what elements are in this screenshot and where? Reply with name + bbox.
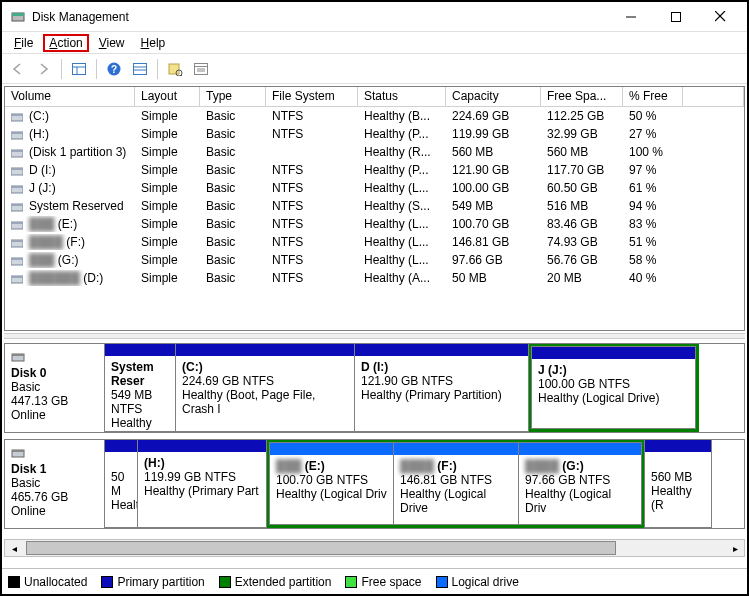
drive-icon [11, 147, 25, 159]
volume-row[interactable]: ██████ (D:)SimpleBasicNTFSHealthy (A...5… [5, 269, 744, 287]
volume-row[interactable]: (H:)SimpleBasicNTFSHealthy (P...119.99 G… [5, 125, 744, 143]
legend-label-extended: Extended partition [235, 575, 332, 589]
drive-icon [11, 165, 25, 177]
properties-button[interactable] [189, 57, 213, 81]
help-button[interactable]: ? [102, 57, 126, 81]
volume-row[interactable]: (Disk 1 partition 3)SimpleBasicHealthy (… [5, 143, 744, 161]
legend-swatch-extended [219, 576, 231, 588]
disk-partitions: System Reser549 MB NTFSHealthy (Syste(C:… [105, 344, 744, 432]
close-button[interactable] [698, 3, 743, 31]
volume-row[interactable]: ███ (G:)SimpleBasicNTFSHealthy (L...97.6… [5, 251, 744, 269]
svg-rect-24 [11, 132, 23, 134]
maximize-button[interactable] [653, 3, 698, 31]
legend-swatch-logical [436, 576, 448, 588]
svg-rect-34 [11, 222, 23, 224]
volume-row[interactable]: System ReservedSimpleBasicNTFSHealthy (S… [5, 197, 744, 215]
drive-icon [11, 129, 25, 141]
disk-partitions: 50 MHealt(H:)119.99 GB NTFSHealthy (Prim… [105, 440, 744, 528]
refresh-properties-button[interactable] [163, 57, 187, 81]
partition[interactable]: ████ (G:)97.66 GB NTFSHealthy (Logical D… [518, 442, 642, 525]
legend-swatch-unallocated [8, 576, 20, 588]
partition[interactable]: D (I:)121.90 GB NTFSHealthy (Primary Par… [354, 343, 529, 432]
volume-row[interactable]: (C:)SimpleBasicNTFSHealthy (B...224.69 G… [5, 107, 744, 125]
partition[interactable]: J (J:)100.00 GB NTFSHealthy (Logical Dri… [531, 346, 696, 429]
drive-icon [11, 219, 25, 231]
svg-rect-42 [12, 354, 24, 356]
col-end[interactable] [683, 87, 744, 106]
disk-row: Disk 0Basic447.13 GBOnlineSystem Reser54… [4, 343, 745, 433]
drive-icon [11, 255, 25, 267]
svg-rect-1 [12, 13, 24, 16]
svg-rect-36 [11, 240, 23, 242]
scroll-right-arrow[interactable]: ▸ [726, 540, 744, 556]
svg-rect-40 [11, 276, 23, 278]
window-title: Disk Management [32, 10, 608, 24]
menu-bar: File Action View Help [2, 32, 747, 54]
svg-rect-28 [11, 168, 23, 170]
minimize-button[interactable] [608, 3, 653, 31]
volume-row[interactable]: ████ (F:)SimpleBasicNTFSHealthy (L...146… [5, 233, 744, 251]
scroll-thumb[interactable] [26, 541, 616, 555]
back-button[interactable] [6, 57, 30, 81]
menu-file[interactable]: File [8, 34, 39, 52]
col-type[interactable]: Type [200, 87, 266, 106]
legend-swatch-freespace [345, 576, 357, 588]
horizontal-scrollbar[interactable]: ◂ ▸ [4, 539, 745, 557]
svg-rect-14 [169, 64, 179, 74]
menu-action[interactable]: Action [43, 34, 88, 52]
disk-label[interactable]: Disk 0Basic447.13 GBOnline [5, 344, 105, 432]
volume-row[interactable]: D (I:)SimpleBasicNTFSHealthy (P...121.90… [5, 161, 744, 179]
partition[interactable]: 50 MHealt [104, 439, 138, 528]
disk-icon [11, 350, 25, 364]
svg-rect-26 [11, 150, 23, 152]
drive-icon [11, 111, 25, 123]
drive-icon [11, 237, 25, 249]
svg-rect-30 [11, 186, 23, 188]
view-panel-button[interactable] [67, 57, 91, 81]
legend-label-primary: Primary partition [117, 575, 204, 589]
col-pctfree[interactable]: % Free [623, 87, 683, 106]
legend: Unallocated Primary partition Extended p… [2, 568, 747, 594]
toolbar: ? [2, 54, 747, 84]
legend-label-logical: Logical drive [452, 575, 519, 589]
drive-icon [11, 183, 25, 195]
scroll-left-arrow[interactable]: ◂ [5, 540, 23, 556]
legend-swatch-primary [101, 576, 113, 588]
disk-graphical-view: Disk 0Basic447.13 GBOnlineSystem Reser54… [4, 339, 745, 568]
disk-label[interactable]: Disk 1Basic465.76 GBOnline [5, 440, 105, 528]
col-capacity[interactable]: Capacity [446, 87, 541, 106]
svg-rect-22 [11, 114, 23, 116]
col-freespace[interactable]: Free Spa... [541, 87, 623, 106]
legend-label-freespace: Free space [361, 575, 421, 589]
menu-help[interactable]: Help [135, 34, 172, 52]
drive-icon [11, 201, 25, 213]
disk-icon [11, 446, 25, 460]
partition[interactable]: (C:)224.69 GB NTFSHealthy (Boot, Page Fi… [175, 343, 355, 432]
col-filesystem[interactable]: File System [266, 87, 358, 106]
svg-rect-3 [671, 12, 680, 21]
partition[interactable]: (H:)119.99 GB NTFSHealthy (Primary Part [137, 439, 267, 528]
col-status[interactable]: Status [358, 87, 446, 106]
col-layout[interactable]: Layout [135, 87, 200, 106]
svg-rect-44 [12, 450, 24, 452]
svg-line-16 [181, 75, 183, 76]
title-bar: Disk Management [2, 2, 747, 32]
extended-partition-group: J (J:)100.00 GB NTFSHealthy (Logical Dri… [529, 344, 699, 432]
forward-button[interactable] [32, 57, 56, 81]
col-volume[interactable]: Volume [5, 87, 135, 106]
partition[interactable]: System Reser549 MB NTFSHealthy (Syste [104, 343, 176, 432]
partition[interactable]: ████ (F:)146.81 GB NTFSHealthy (Logical … [393, 442, 519, 525]
disk-row: Disk 1Basic465.76 GBOnline50 MHealt(H:)1… [4, 439, 745, 529]
svg-rect-6 [73, 63, 86, 74]
volume-row[interactable]: ███ (E:)SimpleBasicNTFSHealthy (L...100.… [5, 215, 744, 233]
volume-row[interactable]: J (J:)SimpleBasicNTFSHealthy (L...100.00… [5, 179, 744, 197]
table-view-button[interactable] [128, 57, 152, 81]
svg-rect-11 [134, 63, 147, 74]
drive-icon [11, 273, 25, 285]
partition[interactable]: 560 MBHealthy (R [644, 439, 712, 528]
svg-rect-32 [11, 204, 23, 206]
menu-view[interactable]: View [93, 34, 131, 52]
partition[interactable]: ███ (E:)100.70 GB NTFSHealthy (Logical D… [269, 442, 394, 525]
extended-partition-group: ███ (E:)100.70 GB NTFSHealthy (Logical D… [267, 440, 645, 528]
volume-list[interactable]: Volume Layout Type File System Status Ca… [4, 86, 745, 331]
